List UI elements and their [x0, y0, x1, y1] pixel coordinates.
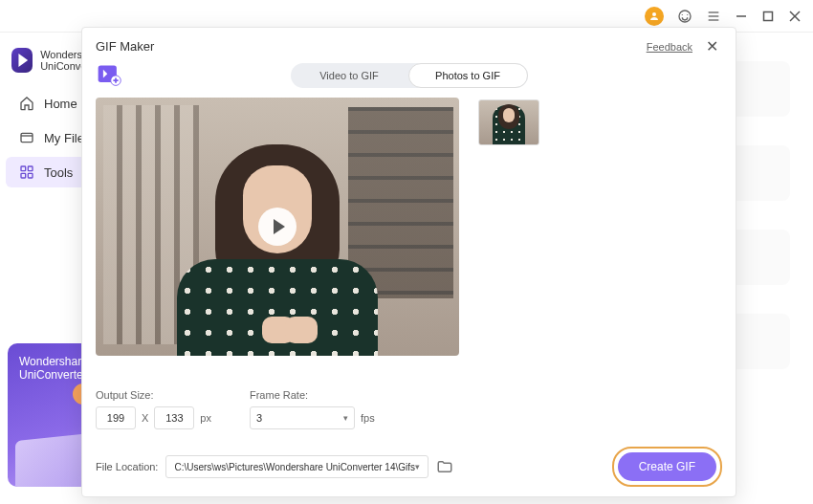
svg-point-0: [652, 12, 656, 16]
file-location-select[interactable]: C:\Users\ws\Pictures\Wondershare UniConv…: [165, 455, 428, 478]
output-size-group: Output Size: X px: [96, 389, 211, 429]
svg-rect-6: [764, 11, 773, 20]
thumbnail-list: [478, 98, 722, 376]
open-folder-button[interactable]: [436, 458, 453, 475]
gif-maker-modal: GIF Maker Feedback ✕ Video to GIF Photos…: [81, 27, 736, 497]
fps-label: fps: [361, 412, 375, 424]
sidebar-item-label: Home: [44, 97, 77, 111]
tab-photos-to-gif[interactable]: Photos to GIF: [408, 63, 528, 88]
chevron-down-icon: ▾: [415, 462, 420, 471]
create-gif-button[interactable]: Create GIF: [618, 452, 716, 481]
svg-rect-12: [21, 173, 26, 178]
frame-rate-group: Frame Rate: 3 ▾ fps: [250, 389, 375, 429]
output-size-label: Output Size:: [96, 389, 211, 401]
height-input[interactable]: [154, 406, 194, 429]
svg-rect-9: [21, 133, 33, 142]
minimize-button[interactable]: [735, 10, 748, 23]
files-icon: [19, 130, 34, 145]
brand-logo-icon: [11, 48, 33, 73]
x-separator: X: [142, 412, 148, 424]
svg-rect-10: [21, 166, 26, 171]
modal-title: GIF Maker: [96, 39, 154, 54]
file-location-label: File Location:: [96, 461, 158, 472]
close-icon[interactable]: ✕: [702, 37, 722, 55]
svg-rect-13: [28, 173, 33, 178]
svg-rect-11: [28, 166, 33, 171]
menu-icon[interactable]: [706, 9, 721, 24]
chevron-down-icon: ▾: [343, 413, 348, 423]
tools-icon: [19, 164, 34, 180]
frame-rate-label: Frame Rate:: [250, 389, 375, 401]
modal-header: GIF Maker Feedback ✕: [96, 37, 722, 55]
feedback-link[interactable]: Feedback: [647, 41, 692, 53]
width-input[interactable]: [96, 406, 136, 429]
thumbnail-item[interactable]: [478, 99, 539, 145]
create-gif-highlight: Create GIF: [612, 447, 722, 487]
support-icon[interactable]: [677, 9, 692, 24]
add-media-button[interactable]: [96, 61, 122, 88]
frame-rate-select[interactable]: 3 ▾: [250, 406, 355, 429]
play-button[interactable]: [258, 208, 297, 246]
sidebar-item-label: Tools: [44, 165, 73, 180]
home-icon: [19, 96, 34, 111]
promo-box-icon: [15, 433, 92, 487]
close-button[interactable]: [788, 10, 802, 23]
account-avatar-icon[interactable]: [645, 7, 664, 26]
preview-panel: [96, 98, 459, 356]
maximize-button[interactable]: [761, 10, 775, 23]
px-label: px: [200, 412, 211, 424]
mode-segmented-control: Video to GIF Photos to GIF: [291, 63, 528, 88]
tab-video-to-gif[interactable]: Video to GIF: [291, 63, 408, 88]
